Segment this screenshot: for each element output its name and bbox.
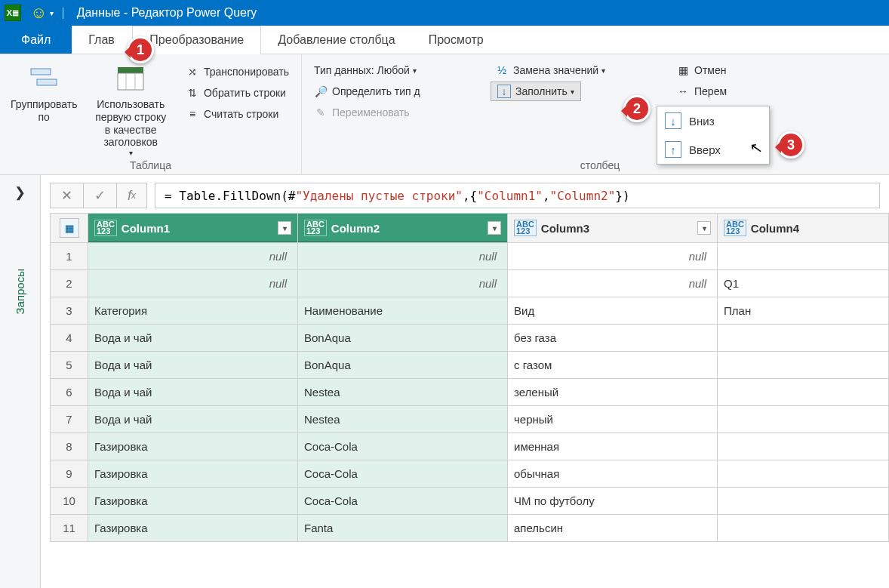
cell[interactable]: Газировка — [88, 488, 298, 515]
cell[interactable]: ЧМ по футболу — [508, 488, 718, 515]
formula-fx-button[interactable]: fx — [116, 183, 147, 208]
cell[interactable] — [718, 243, 889, 270]
cell[interactable]: null — [298, 243, 508, 270]
fill-down-item[interactable]: ↓ Вниз — [657, 106, 769, 135]
tab-view[interactable]: Просмотр — [412, 26, 500, 54]
cell[interactable]: Газировка — [88, 460, 298, 488]
cell[interactable]: Coca-Cola — [298, 433, 508, 460]
cell[interactable] — [718, 433, 889, 460]
cell[interactable]: Coca-Cola — [298, 460, 508, 488]
row-number[interactable]: 5 — [51, 352, 88, 379]
cell[interactable]: Вода и чай — [88, 325, 298, 352]
replace-values-button[interactable]: ½ Замена значений ▾ — [491, 60, 610, 80]
queries-sidebar[interactable]: ❯ Запросы — [0, 175, 41, 588]
cell[interactable]: null — [298, 270, 508, 297]
row-number[interactable]: 7 — [51, 406, 88, 433]
cell[interactable]: Nestea — [298, 406, 508, 433]
row-number[interactable]: 3 — [51, 297, 88, 325]
row-number[interactable]: 10 — [51, 488, 88, 515]
cell[interactable]: Вода и чай — [88, 379, 298, 406]
qat-dropdown-icon[interactable]: ▾ — [50, 9, 54, 17]
cell[interactable]: обычная — [508, 460, 718, 488]
table-row[interactable]: 5Вода и чайBonAquaс газом — [51, 352, 889, 379]
col-header-column1[interactable]: ABC123 Column1 ▾ — [88, 214, 298, 243]
filter-dropdown-icon[interactable]: ▾ — [278, 221, 291, 235]
cell[interactable]: апельсин — [508, 515, 718, 542]
table-row[interactable]: 11ГазировкаFantaапельсин — [51, 515, 889, 542]
col-header-column2[interactable]: ABC123 Column2 ▾ — [298, 214, 508, 243]
cell[interactable]: Газировка — [88, 515, 298, 542]
tab-add-column[interactable]: Добавление столбца — [261, 26, 411, 54]
cell[interactable]: Q1 — [718, 270, 889, 297]
cell[interactable] — [718, 352, 889, 379]
transpose-button[interactable]: ⤭ Транспонировать — [181, 62, 294, 82]
cell[interactable]: Nestea — [298, 379, 508, 406]
unpivot-button[interactable]: ▦ Отмен — [672, 60, 731, 80]
type-any-icon: ABC123 — [514, 220, 537, 236]
cell[interactable]: с газом — [508, 352, 718, 379]
cell[interactable] — [718, 379, 889, 406]
cell[interactable]: null — [88, 243, 298, 270]
cell[interactable]: null — [88, 270, 298, 297]
col-header-column4[interactable]: ABC123 Column4 — [718, 214, 889, 243]
filter-dropdown-icon[interactable]: ▾ — [488, 221, 501, 235]
cell[interactable]: зеленый — [508, 379, 718, 406]
row-number[interactable]: 11 — [51, 515, 88, 542]
corner-cell[interactable]: ▦ — [51, 214, 88, 243]
table-row[interactable]: 9ГазировкаCoca-Colaобычная — [51, 460, 889, 488]
use-first-row-headers-button[interactable]: Использовать первую строку в качестве за… — [91, 60, 171, 161]
cell[interactable]: Газировка — [88, 433, 298, 460]
reverse-rows-button[interactable]: ⇅ Обратить строки — [181, 83, 294, 103]
cell[interactable]: Вид — [508, 297, 718, 325]
cell[interactable] — [718, 515, 889, 542]
cell[interactable]: Вода и чай — [88, 406, 298, 433]
table-row[interactable]: 4Вода и чайBonAquaбез газа — [51, 325, 889, 352]
cell[interactable]: черный — [508, 406, 718, 433]
cell[interactable] — [718, 325, 889, 352]
formula-cancel-button[interactable]: ✕ — [50, 183, 83, 208]
table-row[interactable]: 6Вода и чайNesteaзеленый — [51, 379, 889, 406]
table-row[interactable]: 3КатегорияНаименованиеВидПлан — [51, 297, 889, 325]
cell[interactable]: Наименование — [298, 297, 508, 325]
count-rows-button[interactable]: ≡ Считать строки — [181, 104, 294, 124]
feedback-icon[interactable]: ☺ — [30, 5, 47, 21]
formula-confirm-button[interactable]: ✓ — [83, 183, 116, 208]
cell[interactable]: null — [508, 243, 718, 270]
col-header-column3[interactable]: ABC123 Column3 ▾ — [508, 214, 718, 243]
row-number[interactable]: 4 — [51, 325, 88, 352]
row-number[interactable]: 2 — [51, 270, 88, 297]
cell[interactable]: План — [718, 297, 889, 325]
row-number[interactable]: 9 — [51, 460, 88, 488]
table-row[interactable]: 10ГазировкаCoca-ColaЧМ по футболу — [51, 488, 889, 515]
table-row[interactable]: 7Вода и чайNesteaчерный — [51, 406, 889, 433]
row-number[interactable]: 1 — [51, 243, 88, 270]
cell[interactable]: null — [508, 270, 718, 297]
data-type-button[interactable]: Тип данных: Любой ▾ — [309, 60, 425, 80]
filter-dropdown-icon[interactable]: ▾ — [697, 221, 711, 235]
cell[interactable]: Fanta — [298, 515, 508, 542]
cell[interactable] — [718, 460, 889, 488]
move-button[interactable]: ↔ Перем — [672, 82, 731, 101]
row-number[interactable]: 8 — [51, 433, 88, 460]
fill-button[interactable]: ↓ Заполнить ▾ — [491, 82, 581, 101]
cell[interactable]: Категория — [88, 297, 298, 325]
group-by-button[interactable]: Группировать по — [8, 60, 80, 161]
cell[interactable]: BonAqua — [298, 325, 508, 352]
table-row[interactable]: 1nullnullnull — [51, 243, 889, 270]
detect-type-button[interactable]: 🔎 Определить тип д — [309, 82, 425, 101]
row-number[interactable]: 6 — [51, 379, 88, 406]
transpose-icon: ⤭ — [186, 65, 199, 79]
table-row[interactable]: 2nullnullnullQ1 — [51, 270, 889, 297]
unpivot-icon: ▦ — [676, 63, 690, 77]
cell[interactable]: именная — [508, 433, 718, 460]
expand-sidebar-icon[interactable]: ❯ — [14, 184, 26, 201]
cell[interactable]: Coca-Cola — [298, 488, 508, 515]
cell[interactable]: без газа — [508, 325, 718, 352]
formula-input[interactable]: = Table.FillDown(#"Удалены пустые строки… — [155, 183, 880, 208]
cell[interactable] — [718, 488, 889, 515]
cell[interactable] — [718, 406, 889, 433]
cell[interactable]: Вода и чай — [88, 352, 298, 379]
table-row[interactable]: 8ГазировкаCoca-Colaименная — [51, 433, 889, 460]
tab-file[interactable]: Файл — [0, 26, 72, 54]
cell[interactable]: BonAqua — [298, 352, 508, 379]
